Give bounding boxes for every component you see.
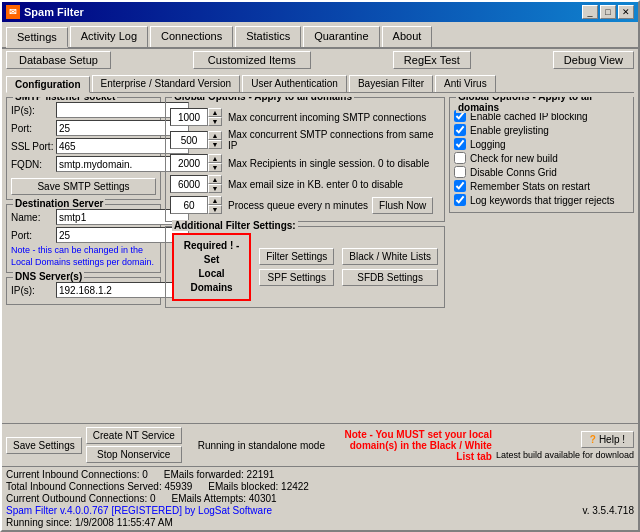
spinner-1-up[interactable]: ▲ (208, 108, 222, 117)
spinner-4-input[interactable] (170, 175, 208, 193)
additional-filter-group: Additional Filter Settings: Required ! -… (165, 226, 445, 308)
sfdb-settings-button[interactable]: SFDB Settings (342, 269, 438, 286)
version-text: Spam Filter v.4.0.0.767 [REGISTERED] by … (6, 505, 272, 516)
nt-service-btns: Create NT Service Stop Nonservice (86, 427, 182, 463)
smtp-group-title: SMTP listener socket (13, 97, 117, 102)
bottom-bar: Save Settings Create NT Service Stop Non… (2, 423, 638, 466)
filter-buttons-group: Filter Settings SPF Settings (259, 248, 334, 286)
attempts-label: EMails Attempts: 40301 (172, 493, 277, 504)
spinner-3-up[interactable]: ▲ (208, 154, 222, 163)
checkbox-remember-stats[interactable] (454, 180, 466, 192)
checkbox-greylisting[interactable] (454, 124, 466, 136)
create-nt-service-button[interactable]: Create NT Service (86, 427, 182, 444)
title-bar: ✉ Spam Filter _ □ ✕ (2, 2, 638, 22)
tab-connections[interactable]: Connections (150, 26, 233, 47)
spinner-row-1: ▲ ▼ Max concurrent incoming SMTP connect… (170, 108, 440, 126)
tab-settings[interactable]: Settings (6, 27, 68, 48)
dest-name-row: Name: (11, 209, 156, 225)
version-num: v. 3.5.4.718 (288, 505, 634, 516)
stop-nonservice-button[interactable]: Stop Nonservice (86, 446, 182, 463)
spf-settings-button[interactable]: SPF Settings (259, 269, 334, 286)
required-local-domains-button[interactable]: Required ! - Set Local Domains (172, 233, 251, 301)
spinner-2-input[interactable] (170, 131, 208, 149)
spinner-2-down[interactable]: ▼ (208, 140, 222, 149)
flush-now-button[interactable]: Flush Now (372, 197, 433, 214)
smtp-ssl-row: SSL Port: (11, 138, 156, 154)
main-tabs: Settings Activity Log Connections Statis… (2, 22, 638, 49)
spinner-5-up[interactable]: ▲ (208, 196, 222, 205)
subtab-user-auth[interactable]: User Authentication (242, 75, 347, 92)
dns-ip-row: IP(s): (11, 282, 156, 298)
smtp-ip-label: IP(s): (11, 105, 56, 116)
spinner-5-label: Process queue every n minutes (228, 200, 368, 211)
smtp-ip-row: IP(s): (11, 102, 156, 118)
help-button[interactable]: ? Help ! (581, 431, 634, 448)
close-button[interactable]: ✕ (618, 5, 634, 19)
checkbox-row-6: Remember Stats on restart (454, 180, 629, 192)
spinner-5-down[interactable]: ▼ (208, 205, 222, 214)
blocked-text: EMails blocked: (208, 481, 278, 492)
status-bottom-area: Current Inbound Connections: 0 EMails fo… (2, 466, 638, 530)
save-settings-button[interactable]: Save Settings (6, 437, 82, 454)
checkbox-logging[interactable] (454, 138, 466, 150)
running-since: Running since: 1/9/2008 11:55:47 AM (6, 517, 173, 528)
total-inbound-value: 45939 (164, 481, 192, 492)
outbound-text: Current Outbound Connections: (6, 493, 147, 504)
smtp-port-label: Port: (11, 123, 56, 134)
spinner-3: ▲ ▼ (170, 154, 222, 172)
save-smtp-button[interactable]: Save SMTP Settings (11, 178, 156, 195)
spinner-5-input[interactable] (170, 196, 208, 214)
global-opts-right: Global Options - Apply to all domains En… (449, 97, 634, 213)
spinner-4-btns: ▲ ▼ (208, 175, 222, 193)
subtab-enterprise[interactable]: Enterprise / Standard Version (92, 75, 241, 92)
subtab-bayesian[interactable]: Bayesian Filter (349, 75, 433, 92)
checkbox-log-keywords-label: Log keywords that trigger rejects (470, 195, 615, 206)
tab-activity-log[interactable]: Activity Log (70, 26, 148, 47)
global-opts-middle-title: Global Options - Apply to all domains (172, 97, 354, 102)
tab-about[interactable]: About (382, 26, 433, 47)
checkbox-row-7: Log keywords that trigger rejects (454, 194, 629, 206)
black-white-lists-button[interactable]: Black / White Lists (342, 248, 438, 265)
spinner-2-up[interactable]: ▲ (208, 131, 222, 140)
dns-ip-label: IP(s): (11, 285, 56, 296)
smtp-group: SMTP listener socket IP(s): Port: SSL Po… (6, 97, 161, 200)
regex-test-button[interactable]: RegEx Test (393, 51, 471, 69)
spinner-3-label: Max Recipients in single session. 0 to d… (228, 158, 429, 169)
list-buttons-group: Black / White Lists SFDB Settings (342, 248, 438, 286)
latest-build-text: Latest build available for download (496, 450, 634, 460)
customized-items-button[interactable]: Customized Items (193, 51, 311, 69)
spinner-1-down[interactable]: ▼ (208, 117, 222, 126)
dest-port-row: Port: (11, 227, 156, 243)
checkbox-disable-conns[interactable] (454, 166, 466, 178)
blocked-value: 12422 (281, 481, 309, 492)
spinner-4-down[interactable]: ▼ (208, 184, 222, 193)
spinner-row-4: ▲ ▼ Max email size in KB. enter 0 to dis… (170, 175, 440, 193)
checkbox-remember-stats-label: Remember Stats on restart (470, 181, 590, 192)
checkbox-log-keywords[interactable] (454, 194, 466, 206)
subtab-antivirus[interactable]: Anti Virus (435, 75, 496, 92)
minimize-button[interactable]: _ (582, 5, 598, 19)
global-opts-middle: Global Options - Apply to all domains ▲ … (165, 97, 445, 222)
spinner-4-up[interactable]: ▲ (208, 175, 222, 184)
database-setup-button[interactable]: Database Setup (6, 51, 111, 69)
forwarded-text: EMails forwarded: (164, 469, 244, 480)
main-content: SMTP listener socket IP(s): Port: SSL Po… (6, 97, 634, 419)
inbound-connections-value: 0 (142, 469, 148, 480)
tab-statistics[interactable]: Statistics (235, 26, 301, 47)
tab-quarantine[interactable]: Quarantine (303, 26, 379, 47)
filter-settings-button[interactable]: Filter Settings (259, 248, 334, 265)
window-controls: _ □ ✕ (582, 5, 634, 19)
checkbox-new-build-label: Check for new build (470, 153, 558, 164)
spinner-3-down[interactable]: ▼ (208, 163, 222, 172)
checkbox-new-build[interactable] (454, 152, 466, 164)
subtab-configuration[interactable]: Configuration (6, 76, 90, 93)
spinner-2-btns: ▲ ▼ (208, 131, 222, 149)
status-row-3: Current Outbound Connections: 0 EMails A… (6, 493, 634, 504)
maximize-button[interactable]: □ (600, 5, 616, 19)
spinner-1-input[interactable] (170, 108, 208, 126)
status-row-4: Spam Filter v.4.0.0.767 [REGISTERED] by … (6, 505, 634, 516)
spinner-row-2: ▲ ▼ Max concurrent SMTP connections from… (170, 129, 440, 151)
debug-view-button[interactable]: Debug View (553, 51, 634, 69)
spinner-3-input[interactable] (170, 154, 208, 172)
spinner-row-3: ▲ ▼ Max Recipients in single session. 0 … (170, 154, 440, 172)
